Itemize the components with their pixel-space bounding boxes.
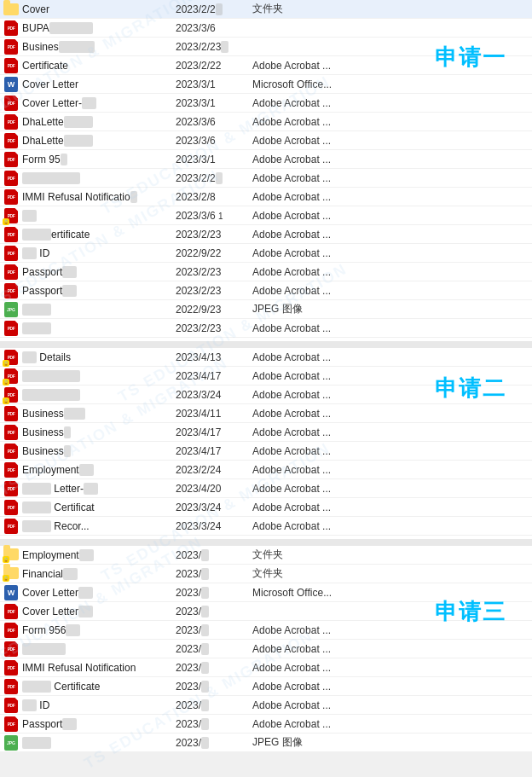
file-date: 2023/4/13 xyxy=(176,351,252,363)
file-date: 2023/2/23 xyxy=(176,285,252,297)
pdf-icon xyxy=(3,283,19,299)
file-date: 2023/█ xyxy=(176,643,252,655)
file-name: IMMI Refusal Notification xyxy=(22,662,176,674)
file-type: Adobe Acrobat ... xyxy=(252,97,529,109)
file-name: DhaLette████ xyxy=(22,116,176,128)
file-name: ████ Certificat xyxy=(22,502,176,513)
file-name: ██ xyxy=(22,210,176,222)
file-row[interactable]: 🔒 ██ Details 2023/4/13 Adobe Acrobat ... xyxy=(0,348,532,367)
file-row[interactable]: IMMI Refusal Notification 2023/█ Adobe A… xyxy=(0,658,532,677)
file-row[interactable]: ████ Letter-██ 2023/4/20 Adobe Acrobat .… xyxy=(0,479,532,498)
file-date: 2022/9/23 xyxy=(176,304,252,316)
file-row[interactable]: DhaLette████ 2023/3/6 Adobe Acrobat ... xyxy=(0,131,532,150)
file-date: 2023/2/23 xyxy=(176,266,252,278)
file-type: Adobe Acrobat ... xyxy=(252,370,529,382)
file-date: 2023/2/24 xyxy=(176,464,252,476)
folder-lock-icon: 🔒 xyxy=(3,548,19,563)
section-3: 申请三 🔒 Employment██ 2023/█ 文件夹 🔒 Financia… xyxy=(0,546,532,752)
pdf-icon xyxy=(3,698,19,713)
file-type: Adobe Acrobat ... xyxy=(252,681,529,693)
file-date: 2023/2/23 xyxy=(176,322,252,334)
pdf-lock-icon: 🔒 xyxy=(3,350,19,365)
file-row[interactable]: Passport██ 2023/2/23 Adobe Acrobat ... xyxy=(0,281,532,300)
file-date: 2023/2/2█ xyxy=(176,172,252,184)
file-date: 2023/3/1 xyxy=(176,154,252,165)
file-row[interactable]: DhaLette████ 2023/3/6 Adobe Acrobat ... xyxy=(0,113,532,131)
file-row[interactable]: ████ 2023/2/23 Adobe Acrobat ... xyxy=(0,319,532,338)
file-row[interactable]: Cover Letter██ 2023/█ xyxy=(0,602,532,621)
file-row[interactable]: IMMI Refusal Notificatio█ 2023/2/8 Adobe… xyxy=(0,188,532,206)
file-name: ████ Letter-██ xyxy=(22,483,176,495)
file-row[interactable]: Business█ 2023/4/17 Adobe Acrobat ... xyxy=(0,442,532,461)
file-name: ████████ xyxy=(22,172,176,184)
file-row[interactable]: ████ Certificat 2023/3/24 Adobe Acrobat … xyxy=(0,498,532,517)
file-name: DhaLette████ xyxy=(22,135,176,147)
file-name: ████ Certificate xyxy=(22,681,176,693)
pdf-icon xyxy=(3,96,19,111)
file-row[interactable]: ██ ID 2023/█ Adobe Acrobat ... xyxy=(0,696,532,715)
file-row[interactable]: ██████ 2023/█ Adobe Acrobat ... xyxy=(0,640,532,658)
jpeg-icon xyxy=(3,735,19,751)
file-date: 2023/3/24 xyxy=(176,502,252,513)
folder-icon xyxy=(3,2,19,17)
file-row[interactable]: Cover Letter 2023/3/1 Microsoft Office..… xyxy=(0,75,532,94)
file-date: 2023/█ xyxy=(176,699,252,711)
file-name: ████ xyxy=(22,737,176,749)
file-date: 2023/4/20 xyxy=(176,483,252,495)
file-row[interactable]: 🔒 ████████ 2023/4/17 Adobe Acrobat ... xyxy=(0,367,532,386)
pdf-icon xyxy=(3,133,19,148)
file-row[interactable]: 🔒 Employment██ 2023/█ 文件夹 xyxy=(0,546,532,565)
file-row[interactable]: ████ Recor... 2023/3/24 Adobe Acrobat ..… xyxy=(0,517,532,536)
file-row[interactable]: Busines█████ 2023/2/23█ xyxy=(0,38,532,56)
file-date: 2023/3/1 xyxy=(176,97,252,109)
file-row[interactable]: BUPA██████ 2023/3/6 xyxy=(0,19,532,38)
file-type: Adobe Acrobat ... xyxy=(252,285,529,297)
file-name: Cover xyxy=(22,3,176,15)
file-list: 申请一 Cover 2023/2/2█ 文件夹 BUPA██████ 2023/… xyxy=(0,0,532,752)
file-date: 2023/█ xyxy=(176,549,252,561)
file-row[interactable]: Cover 2023/2/2█ 文件夹 xyxy=(0,0,532,19)
file-name: ██ ID xyxy=(22,247,176,259)
pdf-icon xyxy=(3,406,19,421)
pdf-lock-icon: 🔒 xyxy=(3,208,19,223)
pdf-icon xyxy=(3,58,19,73)
pdf-icon xyxy=(3,321,19,336)
file-row[interactable]: ██ ID 2022/9/22 Adobe Acrobat ... xyxy=(0,244,532,263)
file-row[interactable]: Form 956██ 2023/█ Adobe Acrobat ... xyxy=(0,621,532,640)
file-row[interactable]: Employment██ 2023/2/24 Adobe Acrobat ... xyxy=(0,461,532,479)
pdf-icon xyxy=(3,660,19,676)
pdf-icon xyxy=(3,171,19,186)
file-row[interactable]: ████ 2023/█ JPEG 图像 xyxy=(0,734,532,752)
file-type: Adobe Acrobat ... xyxy=(252,520,529,532)
file-row[interactable]: Business█ 2023/4/17 Adobe Acrobat ... xyxy=(0,423,532,442)
file-name: Employment██ xyxy=(22,464,176,476)
file-row[interactable]: Certificate 2023/2/22 Adobe Acrobat ... xyxy=(0,56,532,75)
pdf-icon xyxy=(3,246,19,261)
file-type: Adobe Acrobat ... xyxy=(252,210,529,222)
file-row[interactable]: 🔒 ████████ 2023/3/24 Adobe Acrobat ... xyxy=(0,386,532,404)
file-date: 2023/█ xyxy=(176,681,252,693)
pdf-icon xyxy=(3,39,19,55)
file-row[interactable]: ████ 2022/9/23 JPEG 图像 xyxy=(0,300,532,319)
file-row[interactable]: Passport██ 2023/2/23 Adobe Acrobat ... xyxy=(0,263,532,281)
file-type: Adobe Acrobat ... xyxy=(252,464,529,476)
pdf-icon xyxy=(3,189,19,205)
file-row[interactable]: ████ertificate 2023/2/23 Adobe Acrobat .… xyxy=(0,225,532,244)
pdf-icon xyxy=(3,20,19,36)
file-type: 文件夹 xyxy=(252,566,529,581)
file-row[interactable]: Passport██ 2023/█ Adobe Acrobat ... xyxy=(0,715,532,734)
file-row[interactable]: ████ Certificate 2023/█ Adobe Acrobat ..… xyxy=(0,677,532,696)
file-type: Microsoft Office... xyxy=(252,78,529,90)
file-row[interactable]: 🔒 ██ 2023/3/6 1 Adobe Acrobat ... xyxy=(0,206,532,225)
file-row[interactable]: 🔒 Financial██ 2023/█ 文件夹 xyxy=(0,565,532,583)
file-row[interactable]: Form 95█ 2023/3/1 Adobe Acrobat ... xyxy=(0,150,532,169)
file-type: Adobe Acrobat ... xyxy=(252,322,529,334)
file-row[interactable]: Cover Letter██ 2023/█ Microsoft Office..… xyxy=(0,583,532,602)
file-date: 2023/█ xyxy=(176,587,252,599)
file-type: Adobe Acrobat ... xyxy=(252,247,529,259)
section-2: 申请二 🔒 ██ Details 2023/4/13 Adobe Acrobat… xyxy=(0,348,532,536)
pdf-icon xyxy=(3,444,19,459)
file-row[interactable]: Business███ 2023/4/11 Adobe Acrobat ... xyxy=(0,404,532,423)
file-row[interactable]: ████████ 2023/2/2█ Adobe Acrobat ... xyxy=(0,169,532,188)
file-row[interactable]: Cover Letter-██ 2023/3/1 Adobe Acrobat .… xyxy=(0,94,532,113)
